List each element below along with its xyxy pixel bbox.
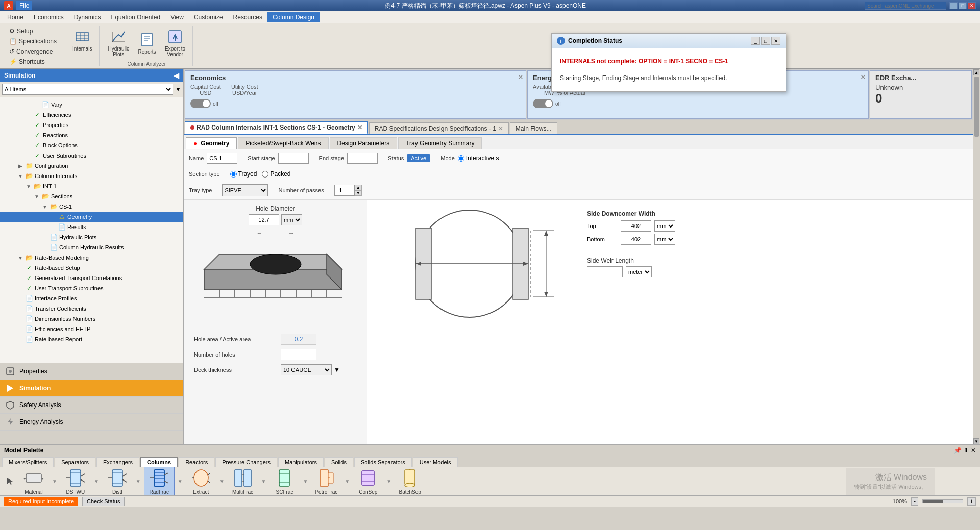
sections-expand-icon[interactable]: ▼ [33,194,41,199]
palette-tab-columns[interactable]: Columns [140,457,178,467]
palette-item-material[interactable]: Material [18,467,49,495]
palette-pin-icon[interactable]: 📌 [954,447,962,454]
dialog-minimize-btn[interactable]: _ [751,37,760,45]
palette-item-batchsep[interactable]: BatchSep [395,467,425,495]
ribbon-reports[interactable]: Reports [134,30,160,57]
inner-tab-picketed[interactable]: Picketed/Swept-Back Weirs [238,137,328,149]
tab-specs[interactable]: RAD Specifications Design Specifications… [369,122,509,134]
sidebar-filter-select[interactable]: All Items [2,84,173,95]
tray-type-select[interactable]: SIEVE [222,184,268,196]
inner-tab-design-params[interactable]: Design Parameters [330,137,398,149]
material-arrow[interactable]: ▼ [51,478,58,484]
col-int-expand-icon[interactable]: ▼ [16,173,24,179]
window-maximize[interactable]: □ [959,2,967,9]
inner-tab-tray-summary[interactable]: Tray Geometry Summary [398,137,482,149]
hole-diameter-input[interactable] [249,214,279,225]
dstwu-arrow[interactable]: ▼ [93,478,100,484]
side-weir-input[interactable] [587,266,623,277]
tree-item-rate-based[interactable]: ▼ 📂 Rate-Based Modeling [0,253,183,263]
tree-item-user-subroutines[interactable]: ✓ User Subroutines [0,150,183,161]
menu-column-design[interactable]: Column Design [267,12,320,22]
tab-close-specs[interactable]: ✕ [498,125,503,132]
ribbon-convergence[interactable]: ↺ Convergence [6,47,60,56]
menu-customize[interactable]: Customize [189,12,228,22]
palette-tab-separators[interactable]: Separators [55,457,95,467]
palette-item-consep[interactable]: ConSep [353,467,383,495]
top-downcomer-input[interactable] [621,220,651,232]
palette-item-dstwu[interactable]: DSTWU [60,467,91,495]
tree-item-int-1[interactable]: ▼ 📂 INT-1 [0,181,183,191]
num-holes-input[interactable] [281,349,316,360]
energy-toggle[interactable] [533,99,553,108]
scroll-up-btn[interactable]: ▲ [973,69,979,75]
end-stage-input[interactable] [347,153,378,164]
deck-thickness-select[interactable]: 10 GAUGE [281,364,332,375]
ribbon-internals[interactable]: Internals [69,27,95,54]
ribbon-export-vendor[interactable]: Export to Vendor [162,27,188,59]
content-scrollbar[interactable]: ▲ ▼ [973,69,980,444]
economics-close-icon[interactable]: ✕ [518,73,524,81]
cs1-expand-icon[interactable]: ▼ [41,204,49,210]
tree-item-transfer-coeff[interactable]: 📄 Transfer Coefficients [0,304,183,314]
radfrac-arrow[interactable]: ▼ [177,478,184,484]
menu-economics[interactable]: Economics [29,12,69,22]
scroll-thumb[interactable] [974,77,979,137]
palette-item-extract[interactable]: Extract [186,467,216,495]
tree-item-efficiencies[interactable]: ✓ Efficiencies [0,110,183,120]
trayed-radio[interactable]: Trayed [230,170,257,178]
tree-item-eff-hetp[interactable]: 📄 Efficiencies and HETP [0,324,183,334]
tree-item-interface-profiles[interactable]: 📄 Interface Profiles [0,293,183,304]
rate-expand-icon[interactable]: ▼ [16,255,24,261]
menu-dynamics[interactable]: Dynamics [69,12,106,22]
tree-item-vary[interactable]: 📄 Vary [0,99,183,110]
tree-item-results[interactable]: 📄 Results [0,222,183,232]
palette-tab-reactors[interactable]: Reactors [179,457,214,467]
palette-tab-solids-sep[interactable]: Solids Separators [354,457,412,467]
palette-tab-solids[interactable]: Solids [325,457,353,467]
tree-item-configuration[interactable]: ▶ 📁 Configuration [0,161,183,171]
left-bottom-energy[interactable]: Energy Analysis [0,414,183,431]
tree-item-rate-based-setup[interactable]: ✓ Rate-based Setup [0,263,183,273]
ribbon-shortcuts[interactable]: ⚡ Shortcuts [6,57,60,66]
left-bottom-properties[interactable]: Properties [0,363,183,380]
petrofrac-arrow[interactable]: ▼ [344,478,351,484]
palette-item-distl[interactable]: Distl [102,467,133,495]
inner-tab-geometry[interactable]: ● Geometry [186,137,237,149]
extract-arrow[interactable]: ▼ [218,478,226,484]
zoom-slider[interactable] [922,499,963,503]
ribbon-specifications[interactable]: 📋 Specifications [6,37,60,46]
config-expand-icon[interactable]: ▶ [16,163,24,169]
tree-item-dimensionless[interactable]: 📄 Dimensionless Numbers [0,314,183,324]
tree-item-column-internals[interactable]: ▼ 📂 Column Internals [0,171,183,181]
search-input[interactable] [865,2,946,10]
tab-main-flowsheet[interactable]: Main Flows... [510,122,557,134]
palette-item-scfrac[interactable]: SCFrac [269,467,300,495]
check-status-btn[interactable]: Check Status [82,497,125,506]
top-downcomer-unit[interactable]: mm [654,220,675,232]
ribbon-hydraulic-plots[interactable]: Hydraulic Plots [105,27,132,59]
zoom-plus-btn[interactable]: + [967,497,976,506]
scroll-down-btn[interactable]: ▼ [973,438,979,444]
tree-item-geometry[interactable]: ⚠ Geometry [0,212,183,222]
tree-item-cs-1[interactable]: ▼ 📂 CS-1 [0,201,183,212]
tab-close-geometry[interactable]: ✕ [357,124,362,131]
sidebar-collapse-icon[interactable]: ◀ [174,71,179,80]
window-close[interactable]: ✕ [968,2,976,9]
menu-resources[interactable]: Resources [228,12,267,22]
palette-tab-mixers[interactable]: Mixers/Splitters [2,457,54,467]
required-incomplete-btn[interactable]: Required Input Incomplete [4,497,78,506]
num-passes-down[interactable]: ▼ [355,190,362,196]
name-input[interactable] [207,153,237,164]
tree-item-hydraulic-plots[interactable]: 📄 Hydraulic Plots [0,232,183,242]
tab-geometry[interactable]: RAD Column Internals INT-1 Sections CS-1… [185,121,368,134]
tree-item-gen-transport[interactable]: ✓ Generalized Transport Correlations [0,273,183,283]
ribbon-setup[interactable]: ⚙ Setup [6,27,60,36]
tree-item-col-hydraulic[interactable]: 📄 Column Hydraulic Results [0,242,183,253]
int1-expand-icon[interactable]: ▼ [24,184,33,189]
dialog-close-btn[interactable]: ✕ [771,37,780,45]
palette-item-multifrac[interactable]: MultiFrac [228,467,258,495]
packed-radio[interactable]: Packed [262,170,290,178]
tree-item-rate-report[interactable]: 📄 Rate-based Report [0,334,183,344]
palette-close-icon[interactable]: ✕ [971,447,976,454]
scfrac-arrow[interactable]: ▼ [302,478,309,484]
